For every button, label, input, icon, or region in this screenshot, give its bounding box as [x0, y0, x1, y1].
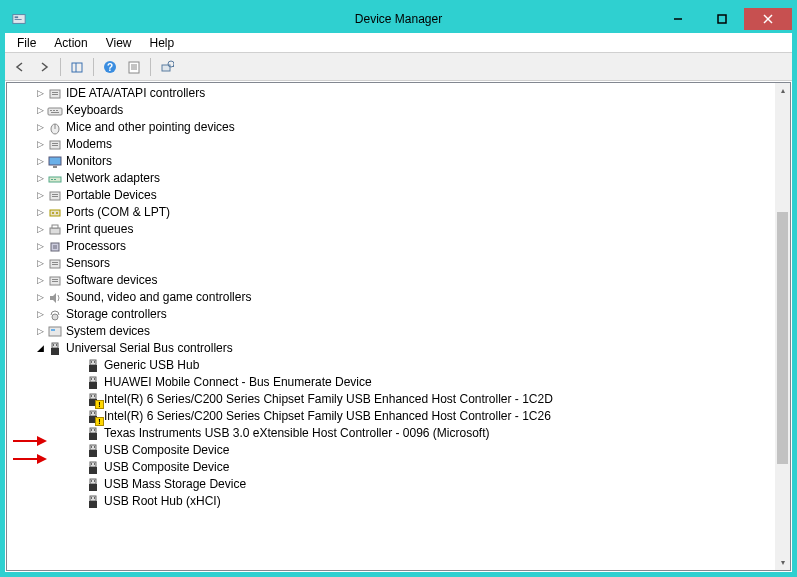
expand-icon[interactable]: ▷ [33, 223, 47, 237]
expand-icon[interactable]: ▷ [33, 274, 47, 288]
maximize-button[interactable] [700, 8, 744, 30]
tree-row-cat-1[interactable]: ▷Keyboards [7, 102, 775, 119]
tree-row-cat-6[interactable]: ▷Portable Devices [7, 187, 775, 204]
tree-row-cat-7[interactable]: ▷Ports (COM & LPT) [7, 204, 775, 221]
scroll-up-arrow[interactable]: ▴ [775, 83, 790, 98]
tree-row-usb-item-0[interactable]: Generic USB Hub [7, 357, 775, 374]
tree-row-usb-item-8[interactable]: USB Root Hub (xHCI) [7, 493, 775, 510]
svg-rect-31 [49, 157, 61, 165]
tree-row-cat-0[interactable]: ▷IDE ATA/ATAPI controllers [7, 85, 775, 102]
device-manager-window: Device Manager File Action View Help ? ▷… [4, 4, 793, 573]
tree-row-usb-item-2[interactable]: !Intel(R) 6 Series/C200 Series Chipset F… [7, 391, 775, 408]
tree-row-cat-14[interactable]: ▷System devices [7, 323, 775, 340]
tree-row-cat-4[interactable]: ▷Monitors [7, 153, 775, 170]
show-hide-tree-button[interactable] [66, 56, 88, 78]
vertical-scrollbar[interactable]: ▴ ▾ [775, 83, 790, 570]
tree-row-cat-3[interactable]: ▷Modems [7, 136, 775, 153]
svg-rect-7 [72, 63, 82, 72]
expand-icon[interactable]: ▷ [33, 206, 47, 220]
svg-line-17 [173, 66, 174, 67]
toolbar: ? [5, 53, 792, 81]
expander-placeholder [71, 461, 85, 475]
svg-rect-65 [91, 378, 92, 380]
tree-row-cat-2[interactable]: ▷Mice and other pointing devices [7, 119, 775, 136]
tree-row-cat-12[interactable]: ▷Sound, video and game controllers [7, 289, 775, 306]
svg-point-52 [52, 314, 58, 320]
tree-row-cat-8[interactable]: ▷Print queues [7, 221, 775, 238]
scroll-track[interactable] [775, 98, 790, 555]
expand-icon[interactable]: ▷ [33, 87, 47, 101]
tree-row-usb-item-3[interactable]: !Intel(R) 6 Series/C200 Series Chipset F… [7, 408, 775, 425]
svg-rect-20 [52, 94, 58, 95]
usb-icon [85, 494, 101, 510]
tree-item-label: USB Composite Device [104, 459, 229, 476]
svg-rect-82 [94, 446, 95, 448]
expander-placeholder [71, 359, 85, 373]
svg-rect-63 [90, 377, 96, 382]
tree-item-label: Sensors [66, 255, 110, 272]
svg-rect-32 [53, 166, 57, 168]
tree-row-usb-item-7[interactable]: USB Mass Storage Device [7, 476, 775, 493]
expand-icon[interactable]: ▷ [33, 155, 47, 169]
expand-icon[interactable]: ▷ [33, 138, 47, 152]
tree-row-usb-item-6[interactable]: USB Composite Device [7, 459, 775, 476]
tree-row-cat-13[interactable]: ▷Storage controllers [7, 306, 775, 323]
collapse-icon[interactable]: ◢ [33, 342, 47, 356]
tree-row-cat-10[interactable]: ▷Sensors [7, 255, 775, 272]
tree-row-usb-category[interactable]: ◢Universal Serial Bus controllers [7, 340, 775, 357]
tree-row-cat-11[interactable]: ▷Software devices [7, 272, 775, 289]
scan-hardware-button[interactable] [156, 56, 178, 78]
tree-row-usb-item-5[interactable]: USB Composite Device [7, 442, 775, 459]
menu-action[interactable]: Action [46, 34, 95, 52]
scroll-thumb[interactable] [777, 212, 788, 463]
usb-icon [47, 341, 63, 357]
device-tree[interactable]: ▷IDE ATA/ATAPI controllers▷Keyboards▷Mic… [7, 83, 775, 570]
expand-icon[interactable]: ▷ [33, 325, 47, 339]
scroll-down-arrow[interactable]: ▾ [775, 555, 790, 570]
tree-row-usb-item-1[interactable]: HUAWEI Mobile Connect - Bus Enumerate De… [7, 374, 775, 391]
tree-item-label: Intel(R) 6 Series/C200 Series Chipset Fa… [104, 391, 553, 408]
menu-view[interactable]: View [98, 34, 140, 52]
minimize-button[interactable] [656, 8, 700, 30]
portable-icon [47, 188, 63, 204]
svg-rect-67 [90, 394, 96, 399]
svg-rect-56 [51, 348, 59, 355]
expand-icon[interactable]: ▷ [33, 121, 47, 135]
expand-icon[interactable]: ▷ [33, 172, 47, 186]
svg-rect-71 [90, 411, 96, 416]
svg-rect-2 [15, 19, 22, 20]
help-button[interactable]: ? [99, 56, 121, 78]
svg-rect-51 [52, 281, 58, 282]
sound-icon [47, 290, 63, 306]
menu-help[interactable]: Help [142, 34, 183, 52]
port-icon [47, 205, 63, 221]
svg-rect-77 [91, 429, 92, 431]
expand-icon[interactable]: ▷ [33, 189, 47, 203]
tree-row-usb-item-4[interactable]: Texas Instruments USB 3.0 eXtensible Hos… [7, 425, 775, 442]
tree-item-label: Storage controllers [66, 306, 167, 323]
expand-icon[interactable]: ▷ [33, 240, 47, 254]
menu-file[interactable]: File [9, 34, 44, 52]
close-button[interactable] [744, 8, 792, 30]
svg-rect-42 [50, 228, 60, 234]
tree-item-label: Generic USB Hub [104, 357, 199, 374]
tree-row-cat-5[interactable]: ▷Network adapters [7, 170, 775, 187]
svg-rect-21 [48, 108, 62, 115]
menubar: File Action View Help [5, 33, 792, 53]
tree-item-label: Universal Serial Bus controllers [66, 340, 233, 357]
tree-item-label: Mice and other pointing devices [66, 119, 235, 136]
svg-rect-4 [718, 15, 726, 23]
tree-row-cat-9[interactable]: ▷Processors [7, 238, 775, 255]
expand-icon[interactable]: ▷ [33, 257, 47, 271]
content-area: ▷IDE ATA/ATAPI controllers▷Keyboards▷Mic… [6, 82, 791, 571]
svg-rect-19 [52, 92, 58, 93]
expand-icon[interactable]: ▷ [33, 104, 47, 118]
tree-item-label: Modems [66, 136, 112, 153]
properties-button[interactable] [123, 56, 145, 78]
forward-button[interactable] [33, 56, 55, 78]
expand-icon[interactable]: ▷ [33, 291, 47, 305]
expand-icon[interactable]: ▷ [33, 308, 47, 322]
software-icon [47, 273, 63, 289]
back-button[interactable] [9, 56, 31, 78]
svg-rect-53 [49, 327, 61, 336]
